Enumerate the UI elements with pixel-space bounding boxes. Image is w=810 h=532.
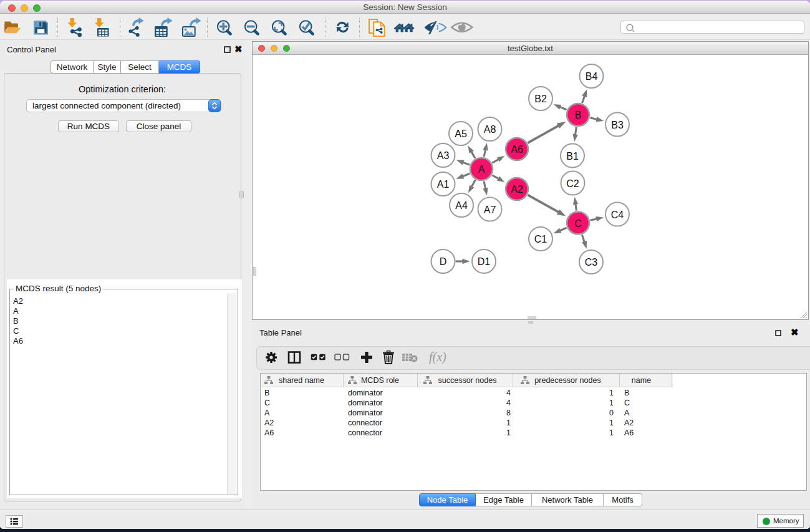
svg-text:B3: B3: [611, 120, 624, 130]
svg-text:C2: C2: [566, 178, 579, 189]
svg-text:B1: B1: [566, 151, 579, 162]
svg-text:B4: B4: [586, 71, 598, 82]
svg-text:C4: C4: [611, 210, 624, 220]
svg-text:C: C: [574, 218, 582, 229]
svg-text:A6: A6: [511, 144, 523, 155]
svg-text:B: B: [575, 110, 582, 120]
svg-text:A2: A2: [511, 184, 523, 195]
svg-text:A3: A3: [437, 150, 450, 161]
svg-text:A8: A8: [484, 124, 496, 135]
svg-text:A5: A5: [455, 128, 467, 139]
svg-text:A1: A1: [437, 179, 450, 190]
svg-text:A: A: [478, 164, 485, 175]
svg-text:D1: D1: [478, 256, 491, 267]
svg-text:A7: A7: [484, 205, 496, 215]
svg-text:A4: A4: [455, 200, 468, 211]
svg-text:B2: B2: [534, 94, 547, 104]
svg-text:D: D: [440, 256, 447, 267]
svg-text:C3: C3: [585, 257, 598, 268]
svg-text:C1: C1: [534, 234, 547, 244]
